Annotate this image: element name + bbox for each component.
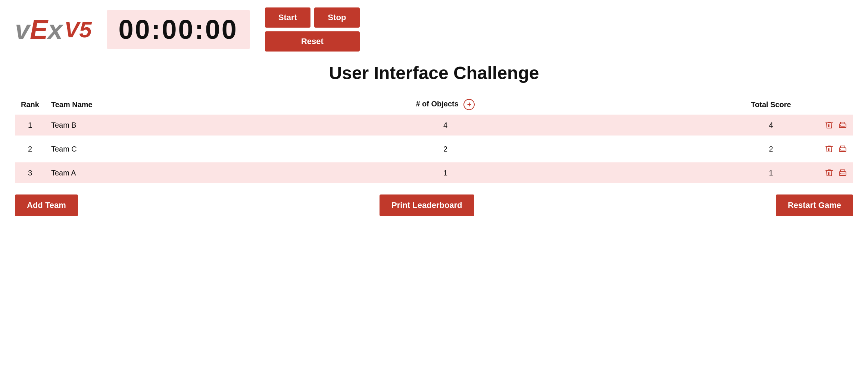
print-icon[interactable] xyxy=(838,121,847,130)
timer-display: 00:00:00 xyxy=(119,16,238,43)
cell-actions xyxy=(808,162,853,183)
restart-game-button[interactable]: Restart Game xyxy=(776,194,853,216)
cell-team: Team C xyxy=(45,138,157,159)
cell-objects: 4 xyxy=(157,115,734,136)
cell-score: 1 xyxy=(734,162,808,183)
action-icons xyxy=(814,121,847,130)
col-header-score: Total Score xyxy=(734,94,808,115)
col-header-team: Team Name xyxy=(45,94,157,115)
action-icons xyxy=(814,144,847,153)
cell-actions xyxy=(808,115,853,136)
logo-v5: V5 xyxy=(64,17,91,43)
logo: vExV5 xyxy=(15,14,92,45)
cell-team: Team A xyxy=(45,162,157,183)
header: vExV5 00:00:00 Start Stop Reset xyxy=(15,7,853,52)
print-icon[interactable] xyxy=(838,144,847,153)
delete-icon[interactable] xyxy=(825,144,834,153)
col-header-rank: Rank xyxy=(15,94,45,115)
reset-button[interactable]: Reset xyxy=(265,31,360,52)
table-row: 2 Team C 2 2 xyxy=(15,138,853,159)
table-row: 1 Team B 4 4 xyxy=(15,115,853,136)
cell-team: Team B xyxy=(45,115,157,136)
table-row: 3 Team A 1 1 xyxy=(15,162,853,183)
cell-actions xyxy=(808,138,853,159)
action-icons xyxy=(814,168,847,177)
print-icon[interactable] xyxy=(838,168,847,177)
controls-panel: Start Stop Reset xyxy=(265,7,360,52)
page-title: User Interface Challenge xyxy=(15,63,853,83)
add-team-button[interactable]: Add Team xyxy=(15,194,78,216)
col-header-actions xyxy=(808,94,853,115)
cell-rank: 2 xyxy=(15,138,45,159)
logo-x: x xyxy=(48,14,63,45)
col-header-objects: # of Objects + xyxy=(157,94,734,115)
delete-icon[interactable] xyxy=(825,168,834,177)
start-button[interactable]: Start xyxy=(265,7,310,28)
cell-objects: 1 xyxy=(157,162,734,183)
cell-score: 2 xyxy=(734,138,808,159)
logo-v: v xyxy=(15,14,30,45)
print-leaderboard-button[interactable]: Print Leaderboard xyxy=(380,194,474,216)
logo-e: E xyxy=(30,14,48,45)
cell-rank: 1 xyxy=(15,115,45,136)
leaderboard-table: Rank Team Name # of Objects + Total Scor… xyxy=(15,94,853,183)
stop-button[interactable]: Stop xyxy=(314,7,360,28)
cell-objects: 2 xyxy=(157,138,734,159)
delete-icon[interactable] xyxy=(825,121,834,130)
cell-rank: 3 xyxy=(15,162,45,183)
timer-container: 00:00:00 xyxy=(107,10,250,49)
add-object-icon[interactable]: + xyxy=(463,99,475,110)
objects-label: # of Objects xyxy=(416,100,458,108)
bottom-bar: Add Team Print Leaderboard Restart Game xyxy=(15,194,853,216)
table-header-row: Rank Team Name # of Objects + Total Scor… xyxy=(15,94,853,115)
cell-score: 4 xyxy=(734,115,808,136)
